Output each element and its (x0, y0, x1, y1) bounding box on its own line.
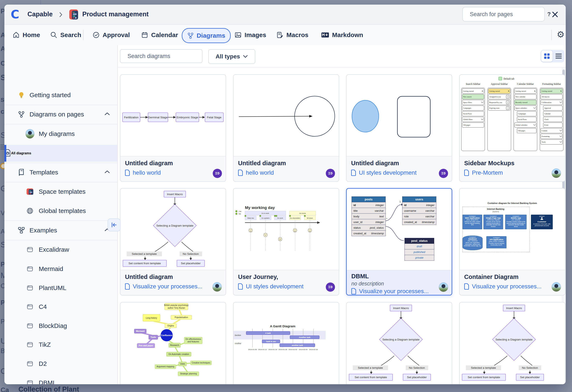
flow-node-label: Selecting a Diagram template (382, 338, 419, 341)
app-name[interactable]: Capable (27, 11, 53, 18)
sidebar-item-global-templates[interactable]: Global templates (4, 202, 117, 220)
breadcrumb-space-name[interactable]: Product management (82, 11, 149, 18)
diagram-card[interactable]: Make tea Go upstairs Do work Go downstai… (233, 188, 339, 295)
diagram-type-icon (25, 380, 34, 384)
card-caption: Untitled diagram Visualize your processe… (120, 270, 226, 295)
images-icon (235, 32, 242, 38)
card-title: Untitled diagram (351, 160, 447, 167)
sidebar-item-getting-started[interactable]: Getting started (4, 86, 117, 104)
gear-icon[interactable]: ⚙ (557, 29, 565, 40)
page-search[interactable]: ? (462, 7, 545, 22)
type-filter-dropdown[interactable]: All types (208, 49, 255, 64)
diagram-card[interactable]: A Gantt Diagram A task Another task Task… (233, 302, 339, 384)
sidebar-section-templates[interactable]: Templates (4, 163, 117, 181)
sidebar-item-plantuml[interactable]: PlantUML (4, 279, 117, 297)
sidebar-item-label: DBML (39, 379, 56, 384)
tab-approval[interactable]: Approval (93, 25, 130, 45)
db-table-users: users idinteger usernamevarchar rolevarc… (402, 196, 436, 225)
diagram-card[interactable]: Fertilization Germinal Stage Embryonic S… (120, 74, 226, 182)
sidebar-item-blockdiag[interactable]: BlockDiag (4, 317, 117, 335)
diagram-search[interactable] (120, 49, 203, 63)
diagram-card[interactable]: Insert Macro Selecting a Diagram templat… (120, 188, 226, 295)
org-chart-icon (17, 227, 25, 234)
tab-label: Diagrams (197, 32, 225, 39)
author-avatar (552, 168, 561, 178)
c4-web-application: «container»Web Application[Java, Spring … (462, 215, 482, 229)
c4-single-page-app: «container»Single-Page App[JavaScript, A… (483, 215, 503, 229)
list-view-button[interactable] (553, 53, 564, 59)
sidebar-item-my-diagrams[interactable]: My diagrams (4, 125, 117, 143)
card-page-link[interactable]: Visualize your processes... (359, 288, 429, 295)
sidebar-item-space-templates[interactable]: Space templates (4, 183, 117, 201)
diagram-card-selected[interactable]: * 1 posts idinteger titlevarchar bodytex… (346, 188, 452, 295)
mockup-column-title: Formatting Sidebar (540, 83, 563, 85)
sidebar-item-d2[interactable]: D2 (4, 355, 117, 373)
card-page-link[interactable]: Visualize your processes... (472, 283, 542, 290)
card-page-link[interactable]: UI styles development (359, 169, 416, 176)
tab-diagrams-active[interactable]: Diagrams (182, 28, 231, 43)
tab-macros[interactable]: Macros (276, 25, 308, 45)
diagram-card[interactable]: Default tab Search Sidebar Approval Side… (459, 74, 565, 182)
card-caption: Untitled diagram hello world ID (233, 156, 339, 181)
legend-swatch (498, 77, 502, 81)
gantt-axis-label: 2014-01-26 (279, 349, 287, 351)
diagram-thumbnail (347, 75, 452, 156)
diagram-type-icon (25, 304, 34, 310)
view-toggle (540, 50, 564, 62)
page-search-input[interactable] (469, 11, 544, 18)
sidebar-item-mermaid[interactable]: Mermaid (4, 260, 117, 278)
tab-markdown[interactable]: Markdown (321, 25, 363, 45)
sidebar-item-dbml[interactable]: DBML (4, 374, 117, 384)
card-title: Untitled diagram (125, 274, 221, 280)
sidebar-item-excalidraw[interactable]: Excalidraw (4, 241, 117, 259)
chevron-up-icon[interactable] (104, 170, 110, 175)
legend-label: Me (239, 213, 241, 215)
tab-images[interactable]: Images (235, 25, 266, 45)
flow-node-label: Selecting a Diagram template (495, 338, 532, 341)
flow-edge-label: No Selection (409, 366, 425, 369)
card-page-link[interactable]: Pre-Mortem (472, 169, 503, 176)
sidebar-item-all-diagrams-selected[interactable]: All diagrams (4, 145, 117, 162)
grid-view-button[interactable] (541, 50, 553, 62)
gantt-bar-label: A task (265, 332, 271, 334)
diagram-card[interactable]: Insert Macro Selecting a Diagram templat… (459, 302, 565, 384)
sidebar-section-examples[interactable]: Examples (4, 221, 117, 239)
sidebar-collapse-button[interactable] (108, 218, 121, 231)
close-icon[interactable] (550, 10, 560, 19)
diagram-card[interactable]: Untitled diagram UI styles development I… (346, 74, 452, 182)
author-avatar (552, 282, 561, 292)
diagram-type-icon (25, 285, 34, 291)
journey-section-label: Go to work (261, 212, 269, 214)
sidebar-item-label: C4 (39, 303, 47, 310)
diagram-thumbnail: Container diagram for Internet Banking S… (460, 188, 565, 270)
sidebar-section-label: Templates (30, 169, 58, 176)
card-page-link[interactable]: UI styles development (246, 283, 303, 290)
chevron-up-icon[interactable] (104, 112, 110, 117)
card-page-link[interactable]: hello world (246, 169, 274, 176)
sidebar-item-tikz[interactable]: TikZ (4, 336, 117, 354)
diagram-card[interactable]: Untitled diagram hello world ID (233, 74, 339, 182)
person-icon (540, 217, 543, 220)
diagram-card[interactable]: British popular psychology author Tony B… (120, 302, 226, 384)
diagram-type-icon (25, 342, 34, 348)
capable-logo-icon[interactable]: C (11, 8, 19, 21)
tab-label: Approval (103, 32, 130, 38)
diagram-card[interactable]: Container diagram for Internet Banking S… (459, 188, 565, 295)
space-icon (69, 9, 79, 20)
card-page-link[interactable]: Visualize your processes... (133, 283, 203, 290)
card-page-link[interactable]: hello world (133, 169, 161, 176)
tab-calendar[interactable]: Calendar (141, 25, 178, 45)
sidebar-section-diagrams-on-pages[interactable]: Diagrams on pages (4, 105, 117, 123)
diagram-card[interactable]: Insert Macro Selecting a Diagram templat… (346, 302, 452, 384)
lightbulb-icon (17, 92, 25, 99)
sidebar-section-label: Diagrams on pages (30, 111, 84, 118)
flow-node-label: Set content from template (468, 376, 500, 379)
c4-title: Container diagram for Internet Banking S… (460, 202, 565, 204)
mindmap-node-label: Mermaid (136, 330, 144, 332)
sidebar-item-c4[interactable]: C4 (4, 298, 117, 316)
gantt-axis-label: 2014-02-02 (289, 349, 297, 351)
diagram-search-input[interactable] (127, 53, 202, 60)
tab-search[interactable]: Search (50, 25, 81, 45)
tab-home[interactable]: Home (13, 25, 40, 45)
collapse-icon (111, 222, 117, 228)
